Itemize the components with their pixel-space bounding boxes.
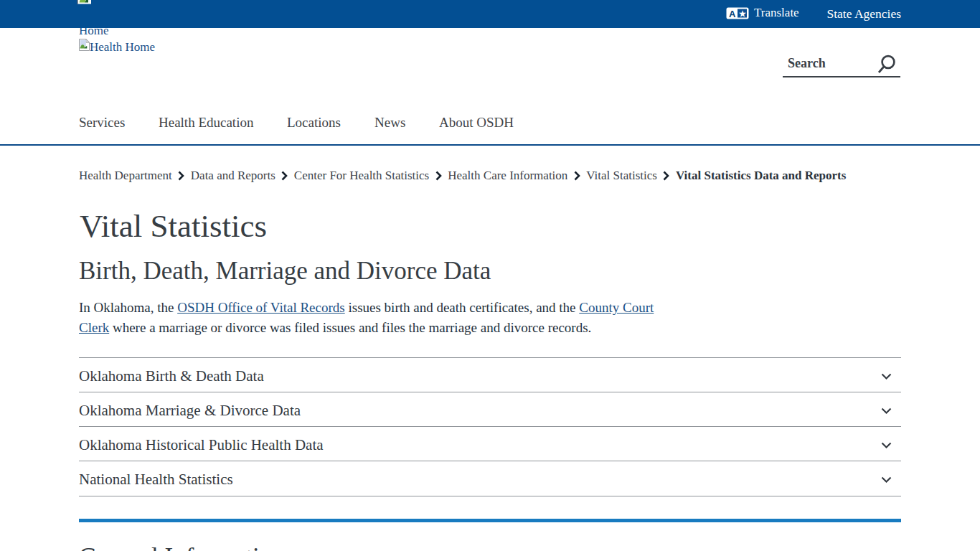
svg-text:★: ★: [739, 9, 746, 17]
svg-text:A: A: [729, 8, 736, 19]
